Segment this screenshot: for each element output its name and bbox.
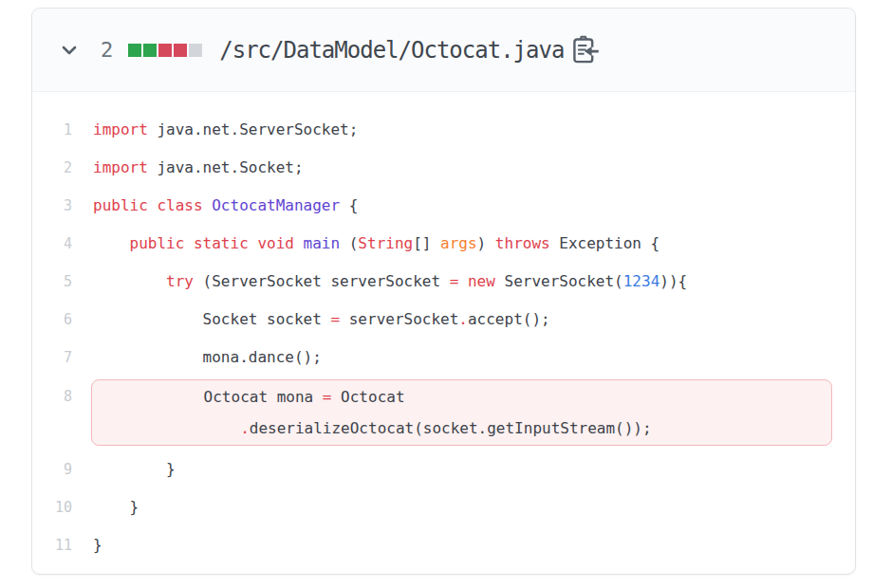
code-token-default — [294, 234, 304, 252]
clipboard-paste-icon[interactable] — [571, 35, 600, 65]
code-text-row: import java.net.ServerSocket; — [91, 111, 358, 149]
code-line: 10 } — [32, 488, 855, 526]
code-line: 5 try (ServerSocket serverSocket = new S… — [32, 263, 855, 301]
code-token-keyword: . — [240, 419, 250, 437]
code-token-param: args — [440, 234, 477, 252]
code-token-keyword: public static void — [130, 234, 294, 252]
code-token-default: deserializeOctocat(socket.getInputStream… — [250, 419, 652, 437]
line-number: 3 — [32, 197, 72, 214]
code-token-default: Exception { — [550, 234, 660, 252]
code-token-default — [94, 419, 240, 437]
code-token-default: accept(); — [468, 310, 550, 328]
code-token-default: ) — [477, 234, 495, 252]
line-number: 10 — [32, 499, 72, 516]
code-token-default: ServerSocket( — [495, 272, 623, 290]
line-number: 7 — [32, 349, 72, 366]
code-line: 2import java.net.Socket; — [32, 149, 855, 187]
code-line: 7 mona.dance(); — [32, 339, 855, 377]
code-token-keyword: try — [166, 272, 194, 290]
code-token-default: } — [93, 498, 139, 516]
line-number: 4 — [32, 235, 72, 252]
line-number: 5 — [32, 273, 72, 290]
code-text-row: Socket socket = serverSocket.accept(); — [91, 301, 550, 339]
file-card: 2 /src/DataModel/Octocat.java 1import ja… — [31, 8, 856, 575]
diffstat-square-added — [128, 44, 141, 57]
code-text-row: public static void main (String[] args) … — [91, 225, 659, 263]
code-line: 9 } — [32, 450, 855, 488]
code-token-default: (ServerSocket serverSocket — [194, 272, 450, 290]
alert-highlight-box: Octocat mona = Octocat .deserializeOctoc… — [91, 379, 832, 446]
code-token-default: Octocat mona — [94, 388, 323, 406]
code-token-default: Octocat — [331, 388, 404, 406]
code-token-default: ( — [340, 234, 358, 252]
code-line: 4 public static void main (String[] args… — [32, 225, 855, 263]
code-token-keyword: import — [93, 158, 148, 176]
code-token-keyword: String — [358, 234, 413, 252]
code-text-row: import java.net.Socket; — [91, 149, 304, 187]
code-token-default: { — [340, 196, 358, 214]
code-text-row: try (ServerSocket serverSocket = new Ser… — [91, 263, 687, 301]
code-text-row: Octocat mona = Octocat — [92, 381, 831, 413]
code-area: 1import java.net.ServerSocket;2import ja… — [32, 92, 855, 564]
code-line: 3public class OctocatManager { — [32, 187, 855, 225]
code-token-keyword: = — [450, 272, 459, 290]
code-token-default — [93, 234, 130, 252]
code-text-row: public class OctocatManager { — [91, 187, 358, 225]
code-token-default — [93, 272, 166, 290]
code-text-row: } — [91, 526, 102, 564]
code-token-default: java.net.Socket; — [148, 158, 304, 176]
diffstat-square-neutral — [189, 44, 202, 57]
code-line: 1import java.net.ServerSocket; — [32, 111, 855, 149]
code-token-default: java.net.ServerSocket; — [148, 120, 359, 138]
code-line: 6 Socket socket = serverSocket.accept(); — [32, 301, 855, 339]
code-token-default: } — [93, 536, 102, 554]
code-token-default: mona.dance(); — [93, 348, 322, 366]
code-text-row: .deserializeOctocat(socket.getInputStrea… — [92, 413, 831, 444]
code-token-keyword: public class — [93, 196, 203, 214]
code-token-default — [458, 272, 468, 290]
line-number: 6 — [32, 311, 72, 328]
diffstat-square-deleted — [158, 44, 172, 57]
file-header: 2 /src/DataModel/Octocat.java — [32, 9, 855, 92]
code-token-number: 1234 — [623, 272, 660, 290]
line-number: 2 — [32, 159, 72, 176]
code-token-default: serverSocket — [340, 310, 458, 328]
code-token-keyword: new — [468, 272, 495, 290]
line-number: 1 — [32, 121, 72, 138]
line-number: 8 — [32, 381, 72, 413]
code-token-type: main — [304, 234, 341, 252]
code-token-default — [203, 196, 213, 214]
code-token-default: [] — [413, 234, 440, 252]
code-token-keyword: throws — [495, 234, 550, 252]
code-token-default: )){ — [659, 272, 687, 290]
code-text-row: } — [91, 488, 139, 526]
code-token-keyword: = — [330, 310, 340, 328]
chevron-down-icon[interactable] — [59, 40, 80, 61]
code-token-default: } — [93, 460, 176, 478]
file-path: /src/DataModel/Octocat.java — [219, 37, 564, 64]
code-token-keyword: import — [93, 120, 148, 138]
code-line-highlighted: 8 Octocat mona = Octocat .deserializeOct… — [32, 379, 855, 446]
diffstat — [128, 44, 202, 57]
changes-count: 2 — [101, 38, 113, 62]
code-text-row: mona.dance(); — [91, 339, 322, 377]
code-token-type: OctocatManager — [212, 196, 340, 214]
code-token-keyword: . — [458, 310, 468, 328]
diffstat-square-added — [143, 44, 157, 57]
code-line: 11} — [32, 526, 855, 564]
code-text-row: } — [91, 450, 176, 488]
line-number: 11 — [32, 537, 72, 554]
code-token-default: Socket socket — [93, 310, 330, 328]
line-number: 9 — [32, 461, 72, 478]
diffstat-square-deleted — [174, 44, 187, 57]
